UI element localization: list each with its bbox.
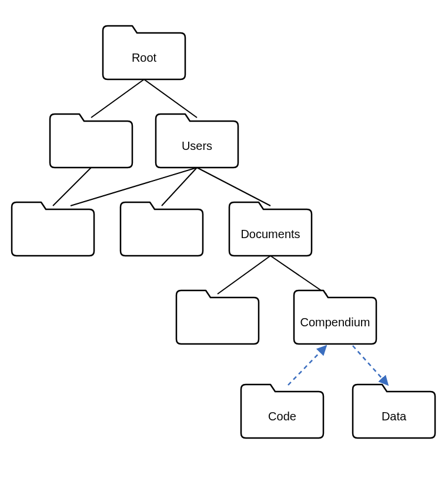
edge-l1left-to-l2a (53, 168, 91, 206)
node-l2-a (12, 202, 94, 256)
node-code: Code (241, 385, 323, 438)
edge-root-to-l1-left (91, 79, 144, 118)
node-data-label: Data (382, 410, 407, 423)
node-code-label: Code (268, 410, 296, 423)
node-documents-label: Documents (240, 228, 300, 240)
node-documents: Documents (229, 202, 312, 256)
node-l1-left (50, 114, 132, 168)
folder-icon (176, 290, 259, 344)
edge-users-to-l2a (71, 168, 197, 206)
node-root-label: Root (132, 51, 157, 64)
node-compendium: Compendium (294, 290, 376, 344)
edge-docs-to-l3a (218, 256, 270, 294)
node-l3-a (176, 290, 259, 344)
node-l2-b (121, 202, 203, 256)
node-users: Users (156, 114, 238, 168)
folder-icon (12, 202, 94, 256)
edge-comp-to-data (353, 346, 388, 385)
directory-tree-diagram: Root Users Documents Compendium Code (0, 0, 448, 478)
node-users-label: Users (182, 139, 212, 152)
edge-users-to-docs (197, 168, 270, 206)
node-root: Root (103, 26, 185, 79)
edge-root-to-users (144, 79, 197, 118)
edge-docs-to-comp (270, 256, 326, 294)
folder-icon (50, 114, 132, 168)
folder-icon (121, 202, 203, 256)
node-data: Data (353, 385, 435, 438)
edge-code-to-comp (288, 346, 326, 385)
node-compendium-label: Compendium (300, 316, 370, 329)
